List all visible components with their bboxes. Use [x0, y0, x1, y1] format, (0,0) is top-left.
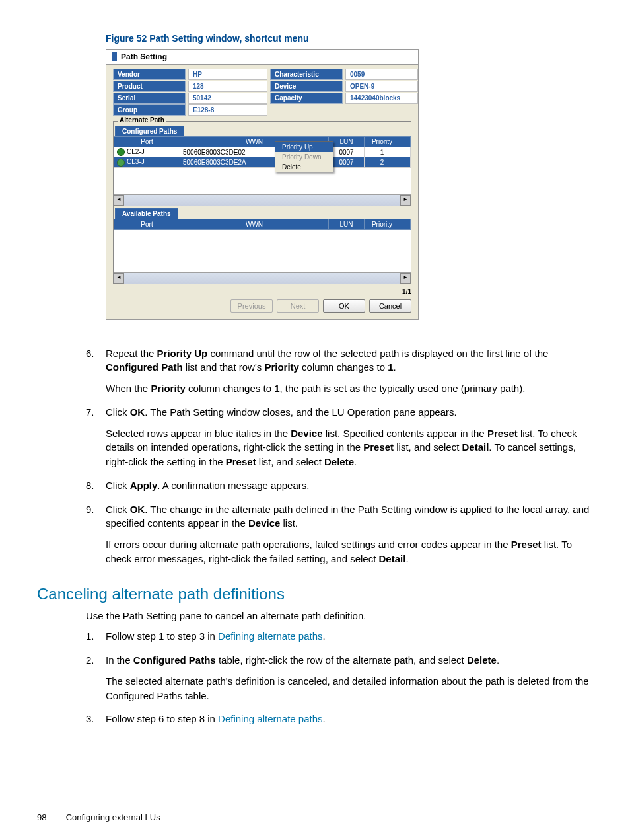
intro-text: Use the Path Setting pane to cancel an a…	[86, 609, 593, 623]
status-icon	[117, 159, 125, 167]
step-text: In the Configured Paths table, right-cli…	[106, 653, 593, 668]
section-heading: Canceling alternate path definitions	[37, 585, 593, 603]
value-vendor: HP	[188, 69, 267, 80]
value-product: 128	[188, 81, 267, 92]
col-priority[interactable]: Priority	[365, 219, 400, 229]
path-setting-window: Path Setting Vendor HP Characteristic 00…	[106, 49, 419, 320]
list-number: 7.	[86, 405, 106, 476]
value-serial: 50142	[188, 93, 267, 104]
col-priority[interactable]: Priority	[365, 137, 400, 147]
window-icon	[112, 52, 117, 61]
link-defining-alternate-paths[interactable]: Defining alternate paths	[218, 630, 322, 642]
value-device: OPEN-9	[345, 81, 418, 92]
menu-priority-up[interactable]: Priority Up	[275, 142, 333, 152]
step-text: Click Apply. A confirmation message appe…	[106, 478, 593, 493]
step-text: The selected alternate path's definition…	[106, 674, 593, 703]
col-port[interactable]: Port	[114, 219, 180, 229]
footer-title: Configuring external LUs	[66, 812, 160, 822]
scroll-right-icon[interactable]: ►	[400, 195, 411, 206]
col-lun[interactable]: LUN	[329, 219, 365, 229]
label-device: Device	[270, 81, 343, 92]
step-text: Click OK. The change in the alternate pa…	[106, 502, 593, 531]
tab-available-paths[interactable]: Available Paths	[115, 208, 178, 219]
value-capacity: 14423040blocks	[345, 93, 418, 104]
list-number: 3.	[86, 712, 106, 733]
label-product: Product	[113, 81, 186, 92]
step-text: Follow step 1 to step 3 in Defining alte…	[106, 629, 593, 644]
ok-button[interactable]: OK	[323, 299, 365, 313]
label-group: Group	[113, 104, 186, 116]
list-number: 2.	[86, 653, 106, 709]
configured-paths-table: Port WWN LUN Priority CL2-J 50060E8003C3…	[114, 136, 411, 194]
hscrollbar[interactable]: ◄ ►	[114, 272, 411, 284]
col-port[interactable]: Port	[114, 137, 180, 147]
table-row[interactable]: CL3-J 50060E8003C3DE2A 0007 2	[114, 157, 411, 167]
label-capacity: Capacity	[270, 93, 343, 104]
figure-caption: Figure 52 Path Setting window, shortcut …	[106, 33, 593, 44]
available-paths-empty	[114, 230, 411, 272]
link-defining-alternate-paths[interactable]: Defining alternate paths	[218, 713, 322, 724]
menu-delete[interactable]: Delete	[275, 162, 333, 172]
page-footer: 98 Configuring external LUs	[37, 812, 593, 822]
list-number: 6.	[86, 346, 106, 402]
step-text: Follow step 6 to step 8 in Defining alte…	[106, 712, 593, 726]
scroll-left-icon[interactable]: ◄	[114, 195, 124, 206]
alternate-path-label: Alternate Path	[118, 116, 166, 124]
table-header-row: Port WWN LUN Priority	[114, 219, 411, 229]
table-header-row: Port WWN LUN Priority	[114, 137, 411, 147]
menu-priority-down[interactable]: Priority Down	[275, 152, 333, 162]
col-wwn[interactable]: WWN	[180, 219, 329, 229]
hscrollbar[interactable]: ◄ ►	[114, 194, 411, 206]
context-menu: Priority Up Priority Down Delete	[275, 141, 333, 172]
col-lun[interactable]: LUN	[329, 137, 365, 147]
available-paths-table: Port WWN LUN Priority	[114, 219, 411, 230]
page-indicator: 1/1	[106, 287, 418, 295]
list-number: 9.	[86, 502, 106, 573]
alternate-path-section: Alternate Path Configured Paths Port WWN…	[113, 121, 411, 284]
value-characteristic: 0059	[345, 69, 418, 80]
window-title: Path Setting	[121, 52, 167, 61]
info-grid: Vendor HP Characteristic 0059 Product 12…	[106, 65, 418, 118]
value-group: E128-8	[188, 104, 267, 116]
label-vendor: Vendor	[113, 69, 186, 80]
list-number: 1.	[86, 629, 106, 650]
status-icon	[117, 148, 125, 156]
label-characteristic: Characteristic	[270, 69, 343, 80]
page-number: 98	[37, 812, 63, 822]
tab-configured-paths[interactable]: Configured Paths	[115, 126, 184, 136]
scroll-right-icon[interactable]: ►	[400, 273, 411, 284]
step-text: Repeat the Priority Up command until the…	[106, 346, 593, 375]
step-text: Selected rows appear in blue italics in …	[106, 426, 593, 469]
window-titlebar: Path Setting	[106, 50, 418, 65]
step-text: If errors occur during alternate path op…	[106, 537, 593, 566]
scroll-left-icon[interactable]: ◄	[114, 273, 124, 284]
label-serial: Serial	[113, 93, 186, 104]
step-text: Click OK. The Path Setting window closes…	[106, 405, 593, 420]
next-button: Next	[277, 299, 319, 313]
table-row[interactable]: CL2-J 50060E8003C3DE02 0007 1	[114, 147, 411, 157]
cancel-button[interactable]: Cancel	[369, 299, 411, 313]
list-number: 8.	[86, 478, 106, 500]
step-text: When the Priority column changes to 1, t…	[106, 381, 593, 396]
previous-button: Previous	[230, 299, 273, 313]
